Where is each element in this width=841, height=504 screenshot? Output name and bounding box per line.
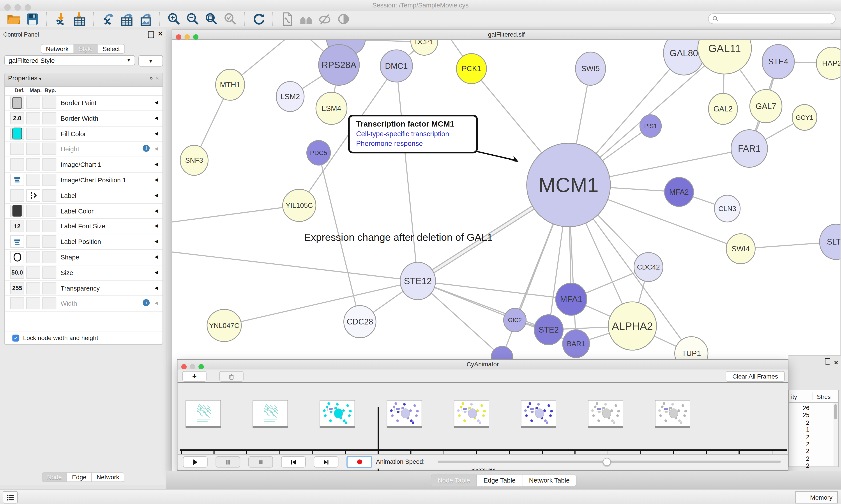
node-STE4[interactable]: STE4	[762, 44, 794, 79]
mapping-cell[interactable]	[26, 220, 40, 232]
expand-row-icon[interactable]: ◀	[155, 300, 158, 306]
mapping-cell[interactable]	[26, 251, 40, 263]
expand-row-icon[interactable]: ◀	[155, 223, 158, 229]
expand-row-icon[interactable]: ◀	[155, 208, 158, 213]
expand-row-icon[interactable]: ◀	[155, 131, 158, 136]
expand-row-icon[interactable]: ◀	[155, 239, 158, 244]
bypass-cell[interactable]	[42, 189, 56, 201]
skip-end-button[interactable]	[314, 456, 339, 467]
node-STE2[interactable]: STE2	[534, 315, 563, 345]
export-network-icon[interactable]	[101, 12, 115, 26]
expand-row-icon[interactable]: ◀	[155, 177, 158, 182]
expand-row-icon[interactable]: ◀	[155, 146, 158, 151]
bypass-cell[interactable]	[42, 220, 56, 232]
zoom-in-icon[interactable]	[167, 12, 181, 26]
cyanimator-titlebar[interactable]: CyAnimator	[178, 360, 788, 370]
default-value-cell[interactable]: 50.0	[10, 267, 24, 279]
collapse-all-icon[interactable]: «	[156, 74, 159, 81]
search-input[interactable]	[719, 15, 828, 22]
properties-header[interactable]: Properties ▾ » «	[5, 74, 162, 87]
default-value-cell[interactable]	[10, 158, 24, 170]
skip-start-button[interactable]	[281, 456, 306, 467]
annotation-link[interactable]: Cell-type-specific transcription	[356, 130, 471, 138]
info-icon[interactable]: i	[143, 145, 149, 152]
cyanimator-timeline[interactable]: Seconds 0123456789	[178, 383, 788, 454]
export-image-icon[interactable]	[139, 12, 153, 26]
close-panel-icon[interactable]: ✕	[834, 360, 838, 366]
property-row[interactable]: Label Color◀	[5, 204, 162, 219]
mapping-cell[interactable]	[26, 236, 40, 248]
mapping-cell[interactable]	[26, 143, 40, 155]
bypass-cell[interactable]	[42, 127, 56, 140]
table-scrollbar[interactable]	[834, 403, 838, 466]
bypass-cell[interactable]	[42, 236, 56, 248]
node-MFA2[interactable]: MFA2	[664, 178, 693, 206]
node-RPS28A[interactable]: RPS28A	[319, 44, 359, 85]
hide-selection-icon[interactable]	[318, 12, 332, 26]
frame-thumbnail-7[interactable]	[655, 400, 690, 426]
node-SLT2[interactable]: SLT2	[820, 224, 841, 260]
frame-thumbnail-3[interactable]	[387, 400, 422, 426]
node-MCM1[interactable]: MCM1	[527, 143, 610, 227]
default-value-cell[interactable]	[10, 174, 24, 186]
zoom-fit-icon[interactable]	[204, 12, 219, 26]
frame-thumbnail-5[interactable]	[521, 400, 556, 426]
mapping-cell[interactable]	[26, 189, 40, 201]
node-CLN3[interactable]: CLN3	[714, 195, 740, 222]
property-row[interactable]: Widthi◀	[5, 296, 162, 312]
property-row[interactable]: 255Transparency◀	[5, 281, 162, 296]
node-HAP2[interactable]: HAP2	[816, 47, 840, 79]
node-MFA1[interactable]: MFA1	[556, 283, 587, 315]
node-LSM4[interactable]: LSM4	[316, 92, 347, 124]
save-session-icon[interactable]	[25, 12, 40, 26]
node-GCY1[interactable]: GCY1	[792, 105, 817, 130]
default-value-cell[interactable]	[10, 297, 24, 310]
style-combo[interactable]: galFiltered Style ▼	[4, 55, 135, 66]
default-value-cell[interactable]	[10, 236, 24, 248]
node-MTH1[interactable]: MTH1	[215, 69, 245, 100]
default-value-cell[interactable]: 255	[10, 282, 24, 294]
tab-edge-table[interactable]: Edge Table	[477, 474, 522, 486]
property-row[interactable]: Fill Color◀	[5, 126, 162, 142]
bypass-cell[interactable]	[42, 143, 56, 155]
property-row[interactable]: Label Position◀	[5, 234, 162, 250]
tab-network[interactable]: Network	[92, 472, 125, 482]
annotation-box[interactable]: Transcription factor MCM1 Cell-type-spec…	[348, 115, 478, 153]
frame-thumbnail-4[interactable]	[454, 400, 489, 426]
import-table-icon[interactable]	[72, 12, 87, 26]
bypass-cell[interactable]	[42, 204, 56, 217]
default-value-cell[interactable]	[10, 127, 24, 140]
default-value-cell[interactable]	[10, 251, 24, 263]
zoom-selected-icon[interactable]	[223, 12, 238, 26]
node-CDC28[interactable]: CDC28	[344, 306, 376, 338]
default-value-cell[interactable]: 2.0	[10, 112, 24, 124]
node-PDC5[interactable]: PDC5	[307, 141, 330, 165]
expand-all-icon[interactable]: »	[149, 74, 153, 81]
search-box[interactable]	[708, 13, 836, 24]
apply-layout-icon[interactable]	[252, 12, 266, 26]
group-nodes-icon[interactable]	[299, 12, 313, 26]
node-SNF3[interactable]: SNF3	[180, 145, 208, 175]
canvas-text-annotation[interactable]: Expression change after deletion of GAL1	[304, 232, 493, 243]
memory-button[interactable]: Memory	[796, 491, 838, 503]
expand-row-icon[interactable]: ◀	[155, 100, 158, 105]
frame-thumbnail-0[interactable]	[185, 400, 221, 426]
tab-select[interactable]: Select	[98, 44, 125, 54]
mapping-cell[interactable]	[26, 267, 40, 279]
property-row[interactable]: Heighti◀	[5, 142, 162, 157]
info-icon[interactable]: i	[143, 299, 149, 306]
stop-button[interactable]	[248, 456, 273, 467]
property-row[interactable]: 50.0Size◀	[5, 265, 162, 281]
export-table-icon[interactable]	[120, 12, 134, 26]
mapping-cell[interactable]	[26, 158, 40, 170]
property-row[interactable]: Image/Chart 1◀	[5, 157, 162, 173]
property-row[interactable]: 2.0Border Width◀	[5, 111, 162, 126]
animation-speed-slider[interactable]	[437, 461, 781, 463]
default-value-cell[interactable]: 12	[10, 220, 24, 232]
style-options-button[interactable]: ▼	[139, 55, 163, 66]
close-panel-icon[interactable]: ✕	[158, 30, 163, 37]
default-value-cell[interactable]	[10, 189, 24, 201]
default-value-cell[interactable]	[10, 96, 24, 109]
annotation-link[interactable]: Pheromone response	[356, 140, 471, 147]
node-BAR1[interactable]: BAR1	[562, 330, 589, 358]
